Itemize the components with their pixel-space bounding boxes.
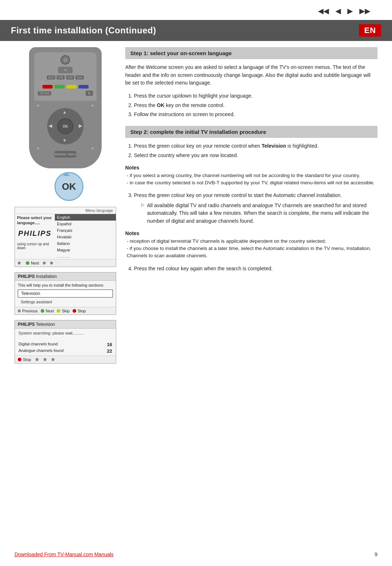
cursor-instruction-line1: using cursor up and <box>17 242 53 246</box>
settings-assistant-option[interactable]: Settings assistant <box>18 299 113 305</box>
digital-channels-count: 16 <box>107 342 112 347</box>
remote-control: ⏻ TV DVD STB VCR AUX DEMO OPTION ⊡ <box>29 47 102 168</box>
language-item-hrvatski[interactable]: Hrvatski <box>55 234 116 240</box>
ui3-stop-dot <box>18 358 21 361</box>
notes-box-2: Notes - reception of digital terrestrial… <box>125 230 377 260</box>
ui1-footer: Next <box>15 259 116 267</box>
previous-label[interactable]: Previous <box>22 309 38 313</box>
ui2-header: PHILIPS Installation <box>15 272 116 281</box>
ui3-dot1 <box>36 358 38 361</box>
aux-button[interactable]: AUX <box>75 75 83 79</box>
notes1-item2: - in case the country selected is not DV… <box>125 179 377 186</box>
television-option[interactable]: Television <box>18 290 113 298</box>
searching-text: System searching: please wait.......... <box>19 331 112 335</box>
ui3-brand: PHILIPS <box>18 322 35 327</box>
language-item-italiano[interactable]: Italiano <box>55 240 116 247</box>
green-button[interactable] <box>54 85 65 89</box>
red-button[interactable] <box>42 85 53 89</box>
ui-channel-search: PHILIPS Television System searching: ple… <box>15 320 116 364</box>
step2-sub-item-1: All available digital TV and radio chann… <box>141 202 377 225</box>
ui2-body: This will help you to install the follow… <box>15 281 116 307</box>
ui3-body: System searching: please wait.......... … <box>15 329 116 356</box>
ui2-footer: Previous Next Skip Stop <box>15 307 116 315</box>
skip-back-icon[interactable]: ◀◀ <box>318 7 329 15</box>
tv-button[interactable]: TV <box>58 67 73 73</box>
stop-label[interactable]: Stop <box>78 309 86 313</box>
skip-dot <box>57 309 60 313</box>
ok-bold: OK <box>157 102 164 108</box>
color-buttons <box>38 85 93 89</box>
television-bold: Television <box>262 143 286 149</box>
menu-language-label: Menu language <box>15 207 116 214</box>
option-button[interactable]: OPTION <box>38 91 51 95</box>
dot-bottom-left <box>37 147 39 149</box>
step2-instruction-1: Press the green colour key on your remot… <box>134 142 377 150</box>
dvd-button[interactable]: DVD <box>47 75 55 79</box>
language-item-english[interactable]: English <box>55 214 116 221</box>
analogue-channels-count: 22 <box>107 348 112 354</box>
ok-center-button[interactable]: OK <box>57 118 73 134</box>
notes1-item1: - if you select a wrong country, the cha… <box>125 172 377 179</box>
ok-bubble: OK <box>54 172 83 201</box>
page-number: 9 <box>375 551 377 557</box>
stb-button[interactable]: STB <box>57 75 65 79</box>
step2-instruction-4: Press the red colour key again when the … <box>134 265 377 273</box>
step1-instruction-3: Follow the instructions on screen to pro… <box>134 111 377 119</box>
step2-heading: Step 2: complete the initial TV installa… <box>125 126 377 138</box>
stop-dot <box>73 309 76 313</box>
step1-instruction-2: Press the OK key on the remote control. <box>134 102 377 110</box>
dot-right <box>91 104 94 107</box>
language-item-magyar[interactable]: Magyar <box>55 247 116 253</box>
step2-instruction3-list: Press the green colour key on your remot… <box>125 192 377 225</box>
philips-logo-ui: PHILIPS <box>17 227 53 240</box>
yellow-button[interactable] <box>66 85 77 89</box>
notes1-title: Notes <box>125 165 377 171</box>
rewind-icon[interactable]: ◀ <box>335 7 341 15</box>
teletext-button[interactable]: ⊡ <box>86 91 93 96</box>
language-list: English Español Français Hrvatski Italia… <box>55 214 116 259</box>
ui2-brand: PHILIPS <box>18 274 35 279</box>
prompt-line1: Please select your <box>17 216 53 220</box>
ui2-description: This will help you to install the follow… <box>18 283 113 287</box>
step1-instructions: Press the cursor up/down to highlight yo… <box>125 92 377 119</box>
skip-label[interactable]: Skip <box>62 309 69 313</box>
option-row: OPTION ⊡ <box>38 91 93 96</box>
language-prompt: Please select your language..... PHILIPS… <box>15 214 55 259</box>
ui2-next-label[interactable]: Next <box>46 309 54 313</box>
language-table: Please select your language..... PHILIPS… <box>15 214 116 259</box>
ui3-header: PHILIPS Television <box>15 320 116 329</box>
power-button[interactable]: ⏻ <box>61 55 70 65</box>
language-more-dots: ............ <box>55 253 116 259</box>
forward-icon[interactable]: ▶ <box>347 7 353 15</box>
nav-dots-bottom <box>34 147 97 149</box>
vcr-button[interactable]: VCR <box>66 75 74 79</box>
footer-link[interactable]: Downloaded From TV-Manual.com Manuals <box>15 551 114 557</box>
nav-ring: OK ▲ ▼ ◀ ▶ <box>47 108 83 144</box>
skip-forward-icon[interactable]: ▶▶ <box>359 7 370 15</box>
blue-button[interactable] <box>78 85 89 89</box>
left-column: ⏻ TV DVD STB VCR AUX DEMO OPTION ⊡ <box>15 47 116 369</box>
dot-left <box>37 104 39 107</box>
menu-button[interactable]: BROWSE / MENU <box>54 151 76 157</box>
page-title: First time installation (Continued) <box>11 25 156 36</box>
language-item-espanol[interactable]: Español <box>55 221 116 227</box>
footer-dot3 <box>50 262 53 264</box>
demo-label: DEMO <box>38 81 93 84</box>
ui3-label: Television <box>36 322 55 327</box>
language-badge: EN <box>359 24 381 37</box>
left-arrow[interactable]: ◀ <box>49 123 52 128</box>
down-arrow[interactable]: ▼ <box>62 138 67 143</box>
ui3-stop-label[interactable]: Stop <box>23 357 31 362</box>
step1-instruction-1: Press the cursor up/down to highlight yo… <box>134 92 377 100</box>
footer-dot2 <box>43 262 46 264</box>
right-column: Step 1: select your on-screen language A… <box>125 47 377 278</box>
prev-dot <box>18 309 21 312</box>
nav-dots-top <box>34 104 97 107</box>
step2-instruction-2: Select the country where you are now loc… <box>134 152 377 160</box>
next-label[interactable]: Next <box>31 261 39 265</box>
language-item-francais[interactable]: Français <box>55 227 116 234</box>
top-nav: ◀◀ ◀ ▶ ▶▶ <box>318 7 370 15</box>
right-arrow[interactable]: ▶ <box>79 123 82 128</box>
up-arrow[interactable]: ▲ <box>62 110 67 115</box>
ui3-dot2 <box>44 358 46 361</box>
